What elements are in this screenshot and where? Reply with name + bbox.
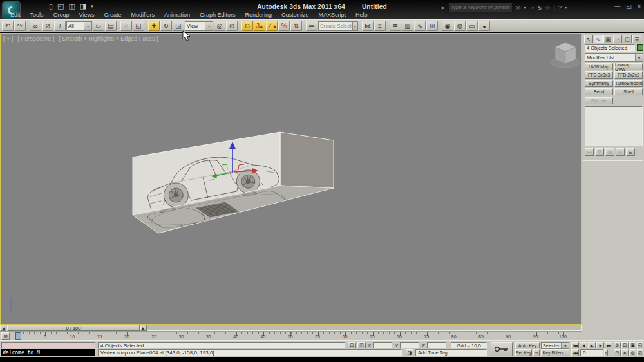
- select-by-name-icon[interactable]: ▤: [105, 21, 117, 31]
- menu-item[interactable]: Animation: [164, 12, 190, 18]
- modifier-preset-button[interactable]: Symmetry: [585, 80, 613, 87]
- edit-named-selection-sets-icon[interactable]: ≔: [306, 21, 317, 31]
- tab-utilities-icon[interactable]: ∓: [632, 35, 641, 43]
- redo-icon[interactable]: ↷: [14, 21, 26, 31]
- modifier-stack-list[interactable]: [585, 106, 643, 146]
- unlink-selection-icon[interactable]: ⊘: [42, 21, 53, 31]
- rendered-frame-window-icon[interactable]: ▭: [466, 21, 478, 31]
- maxscript-mini-listener[interactable]: [1, 342, 95, 348]
- tab-modify-icon[interactable]: ∿: [594, 35, 603, 43]
- communication-center-icon[interactable]: ≶: [537, 5, 542, 11]
- percent-snap-icon[interactable]: %: [278, 21, 290, 31]
- absolute-offset-toggle-icon[interactable]: ◫: [357, 342, 366, 348]
- object-name-field[interactable]: 4 Objects Selected: [585, 44, 635, 52]
- modifier-preset-button[interactable]: FFD 3x3x3: [585, 71, 613, 79]
- selection-region-icon[interactable]: ◌: [120, 21, 132, 31]
- menu-item[interactable]: Create: [104, 12, 121, 18]
- modifier-preset-button[interactable]: Unwrap UVW: [614, 63, 643, 70]
- zoom-icon[interactable]: ⊕: [614, 342, 621, 348]
- modifier-list-dropdown[interactable]: Modifier List ▾: [585, 53, 643, 62]
- graphite-ribbon-icon[interactable]: ▥: [402, 21, 413, 31]
- minimize-icon[interactable]: —: [614, 3, 620, 10]
- selection-lock-icon[interactable]: ⊡: [348, 342, 356, 348]
- y-coordinate-field[interactable]: [400, 342, 419, 348]
- time-tag-icon[interactable]: ◨: [406, 349, 413, 356]
- modifier-preset-button[interactable]: Bend: [585, 88, 613, 95]
- mirror-icon[interactable]: ⋈: [362, 21, 374, 31]
- select-and-manipulate-icon[interactable]: ⊕: [226, 21, 238, 31]
- menu-item[interactable]: Views: [79, 12, 95, 18]
- trackbar-frame-indicator[interactable]: [15, 332, 21, 340]
- bind-to-space-warp-icon[interactable]: ≀: [54, 21, 66, 31]
- undo-icon[interactable]: ↶: [2, 21, 14, 31]
- selection-set-key-dropdown[interactable]: Selected ▾: [541, 342, 569, 349]
- viewport-menu-shading[interactable]: [ Smooth + Highlights + Edged Faces ]: [59, 35, 158, 42]
- next-frame-arrow-icon[interactable]: ▶: [140, 325, 147, 331]
- viewport-menu-view[interactable]: [ Perspective ]: [17, 35, 54, 42]
- time-slider-handle[interactable]: 0 / 100: [7, 325, 140, 331]
- curve-editor-icon[interactable]: ∿: [414, 21, 426, 31]
- z-coordinate-field[interactable]: [427, 342, 446, 348]
- help-icon[interactable]: ?: [558, 5, 562, 11]
- save-file-icon[interactable]: ◫: [68, 2, 75, 10]
- play-animation-icon[interactable]: ▶: [588, 342, 596, 348]
- menu-item[interactable]: Customize: [281, 12, 309, 18]
- layer-manager-icon[interactable]: ≣: [390, 21, 401, 31]
- qat-dropdown-icon[interactable]: ▾: [91, 4, 93, 9]
- render-setup-icon[interactable]: ◍: [454, 21, 466, 31]
- tab-display-icon[interactable]: ◻: [623, 35, 632, 43]
- modifier-preset-button[interactable]: Shell: [614, 88, 643, 95]
- workspace-icon[interactable]: ◨: [80, 2, 86, 10]
- menu-item[interactable]: Edit: [10, 12, 21, 18]
- configure-modifier-sets-icon[interactable]: ⊟: [626, 148, 635, 156]
- reference-coordinate-dropdown[interactable]: View ▾: [185, 21, 213, 31]
- named-selection-set-dropdown[interactable]: Create Selection Se ▾: [318, 21, 358, 31]
- select-object-icon[interactable]: ▻: [93, 21, 104, 31]
- restore-icon[interactable]: ◱: [626, 3, 632, 10]
- zoom-region-icon[interactable]: ⊡: [614, 349, 621, 356]
- snaps-toggle-icon[interactable]: 3▴: [254, 21, 265, 31]
- select-and-scale-icon[interactable]: ◲: [173, 21, 184, 31]
- menu-item[interactable]: Tools: [30, 12, 44, 18]
- keyboard-override-toggle-icon[interactable]: ⊙: [242, 21, 253, 31]
- schematic-view-icon[interactable]: ⊞: [426, 21, 438, 31]
- set-key-button[interactable]: Set Key: [515, 349, 532, 356]
- current-frame-field[interactable]: 0: [580, 349, 603, 356]
- modifier-preset-button[interactable]: TurboSmooth: [614, 80, 643, 87]
- go-to-end-icon[interactable]: ▶▶|: [605, 342, 612, 348]
- pan-icon[interactable]: ∗: [621, 349, 629, 356]
- new-scene-icon[interactable]: ▯: [49, 2, 53, 10]
- auto-key-button[interactable]: Auto Key: [515, 342, 540, 348]
- menu-item[interactable]: Rendering: [245, 12, 272, 18]
- set-key-mode-icon[interactable]: ⊸: [533, 349, 540, 356]
- modifier-preset-button[interactable]: FFD 2x2x2: [614, 71, 643, 79]
- maximize-viewport-icon[interactable]: ◰: [637, 349, 643, 356]
- search-icon[interactable]: ◎: [516, 5, 521, 11]
- front-view-plane[interactable]: [280, 132, 334, 188]
- search-options-icon[interactable]: ▾: [524, 5, 526, 10]
- orbit-icon[interactable]: ◍: [629, 349, 636, 356]
- previous-frame-arrow-icon[interactable]: ◀: [0, 325, 6, 331]
- use-pivot-center-icon[interactable]: ◎: [214, 21, 225, 31]
- close-icon[interactable]: ×: [638, 3, 641, 10]
- zoom-extents-icon[interactable]: ▣: [629, 342, 636, 348]
- set-keys-button[interactable]: [491, 342, 513, 356]
- align-icon[interactable]: ≡: [374, 21, 386, 31]
- frame-spinner[interactable]: ⇅: [604, 349, 608, 356]
- mini-curve-editor-icon[interactable]: ⊞: [1, 332, 10, 340]
- viewcube[interactable]: [551, 43, 580, 68]
- menu-item[interactable]: Modifiers: [131, 12, 155, 18]
- perspective-viewport[interactable]: [ + ] [ Perspective ] [ Smooth + Highlig…: [0, 33, 582, 325]
- spinner-snap-icon[interactable]: ⇅: [290, 21, 302, 31]
- subscription-key-icon[interactable]: ⊸: [529, 5, 534, 11]
- menu-item[interactable]: Group: [53, 12, 70, 18]
- tab-motion-icon[interactable]: ◔: [613, 35, 622, 43]
- select-and-move-icon[interactable]: +: [148, 21, 160, 31]
- modifier-preset-button[interactable]: UVW Map: [585, 63, 613, 70]
- track-bar[interactable]: ⊞ 51015202530354045505560657075808590951…: [0, 331, 582, 340]
- menu-item[interactable]: MAXScript: [319, 12, 346, 18]
- previous-frame-icon[interactable]: ◀|: [580, 342, 587, 348]
- add-time-tag-field[interactable]: Add Time Tag: [415, 349, 487, 356]
- zoom-extents-all-icon[interactable]: ◱: [637, 342, 643, 348]
- key-mode-toggle-icon[interactable]: |◀◀: [571, 349, 579, 356]
